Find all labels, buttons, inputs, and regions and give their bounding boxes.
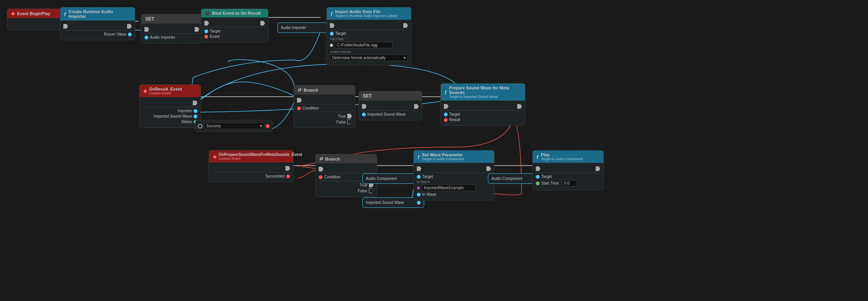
import-func-icon: ƒ — [331, 12, 333, 16]
return-value-pin — [128, 32, 132, 36]
exec-in-set1 — [144, 27, 149, 32]
success-pin-out — [266, 124, 270, 128]
exec-in-import — [330, 23, 335, 28]
target-play-pin — [536, 175, 540, 179]
on-result-icon: ◆ — [143, 88, 147, 94]
on-result-title: OnResult_Event — [149, 87, 182, 91]
set-header-2: SET — [359, 91, 422, 101]
exec-out-prepare-event — [285, 166, 290, 171]
audio-importer-pin-in — [144, 36, 148, 39]
create-runtime-title: Create Runtime Audio Importer — [69, 9, 131, 19]
audio-format-label: Audio Format — [330, 50, 408, 54]
file-path-input[interactable] — [335, 42, 392, 48]
branch-header-2: ⇄ Branch — [316, 154, 377, 163]
play-func-icon: ƒ — [537, 155, 539, 159]
exec-out-bind — [260, 21, 265, 26]
in-name-label: In Name — [417, 180, 491, 184]
condition-pin-1 — [297, 106, 301, 110]
prepare-sw-subtitle: Target is Imported Sound Wave — [449, 95, 521, 99]
on-result-header: ◆ OnResult_Event Custom Event — [139, 85, 200, 97]
play-subtitle: Target is Audio Component — [541, 157, 583, 161]
imported-sw-pin-set2 — [362, 113, 366, 116]
event-begin-play-title: Event BeginPlay — [17, 11, 50, 16]
audio-comp-ref-label-2: Audio Component — [491, 176, 522, 181]
import-audio-subtitle: Target is Runtime Audio Importer Library — [335, 14, 397, 18]
false-exec-2 — [369, 188, 374, 193]
exec-in-bind — [204, 21, 209, 26]
set-title-2: SET — [363, 93, 372, 99]
branch-node-1: ⇄ Branch Condition True False — [294, 85, 355, 128]
return-value-label: Return Value — [104, 32, 126, 36]
audio-importer-ref-label: Audio Importer — [281, 26, 306, 30]
prepare-func-icon: ƒ — [445, 90, 447, 94]
imported-sw-ref-pin — [417, 201, 421, 205]
in-wave-pin — [417, 193, 421, 197]
on-prepare-subtitle: Custom Event — [219, 157, 302, 161]
branch-header-1: ⇄ Branch — [294, 86, 355, 94]
condition-pin-2 — [319, 175, 323, 179]
exec-in-branch2 — [319, 167, 323, 171]
on-prepare-title: OnPrepareSoundWaveForMetaSounds_Event — [219, 152, 302, 157]
imported-sw-ref-label: Imported Sound Wave — [366, 200, 404, 205]
file-path-pin — [330, 44, 333, 47]
event-pin-bind — [204, 35, 208, 39]
branch-icon-1: ⇄ — [298, 87, 301, 92]
audio-importer-label: Audio Importer — [150, 35, 175, 39]
target-pin-bind — [204, 29, 208, 33]
bind-icon: ⬛ — [205, 11, 210, 15]
result-prepare-pin — [444, 118, 448, 122]
exec-out-prepare — [517, 104, 522, 109]
exec-in — [63, 24, 68, 29]
target-prepare-pin — [444, 113, 448, 116]
in-name-input[interactable] — [421, 185, 476, 191]
prepare-sound-wave-node: ƒ Prepare Sound Wave for Meta Sounds Tar… — [440, 83, 525, 126]
create-runtime-node: ƒ Create Runtime Audio Importer Return V… — [60, 7, 135, 40]
func-icon: ƒ — [64, 12, 66, 16]
import-audio-title: Import Audio from File — [335, 9, 397, 14]
branch-icon-2: ⇄ — [319, 156, 323, 161]
play-title: Play — [541, 152, 583, 157]
on-prepare-header: ◆ OnPrepareSoundWaveForMetaSounds_Event … — [209, 150, 293, 162]
true-exec-1 — [347, 114, 352, 118]
file-path-label: File Path — [330, 37, 408, 41]
audio-format-value: Determine format automatically — [332, 56, 386, 60]
exec-out-result — [193, 101, 197, 105]
prepare-sw-header: ƒ Prepare Sound Wave for Meta Sounds Tar… — [441, 84, 525, 101]
set-wave-title: Set Wave Parameter — [422, 152, 464, 157]
audio-comp-ref-label-1: Audio Component — [366, 176, 397, 181]
exec-out-set1 — [195, 27, 199, 32]
event-begin-play-header: ◆ Event BeginPlay — [7, 9, 68, 18]
importer-pin — [194, 109, 197, 113]
exec-out-play — [596, 166, 600, 171]
exec-in-set2 — [362, 104, 367, 109]
bind-event-header: ⬛ Bind Event to On Result — [201, 9, 268, 17]
target-setwaveparam-pin — [417, 175, 421, 179]
exec-out-setwaveparam — [486, 166, 491, 171]
target-import-pin — [330, 32, 334, 36]
success-dropdown[interactable]: Success ▾ — [204, 123, 264, 129]
success-enum-pin-in — [198, 124, 202, 128]
branch-title-2: Branch — [325, 157, 340, 161]
start-time-pin — [536, 181, 540, 185]
exec-out — [127, 24, 132, 29]
on-prepare-icon: ◆ — [213, 154, 216, 159]
event-begin-play-node: ◆ Event BeginPlay — [7, 9, 69, 30]
succeeded-pin — [286, 174, 290, 178]
start-time-input[interactable] — [562, 180, 578, 186]
set-node-2: SET Imported Sound Wave — [358, 91, 422, 120]
branch-title-1: Branch — [304, 88, 318, 92]
chevron-icon: ▾ — [404, 56, 406, 60]
exec-in-prepare — [444, 104, 448, 109]
diamond-icon: ◆ — [11, 11, 15, 16]
audio-format-dropdown[interactable]: Determine format automatically ▾ — [330, 55, 408, 61]
false-exec-1 — [347, 120, 352, 124]
set-node-1: SET Audio Importer — [141, 14, 203, 43]
success-enum-node: Success ▾ — [195, 120, 272, 132]
bind-event-node: ⬛ Bind Event to On Result Target Event — [201, 9, 268, 43]
exec-in-setwaveparam — [417, 166, 421, 171]
set-wave-param-node: ƒ Set Wave Parameter Target is Audio Com… — [413, 150, 494, 200]
set-wave-header: ƒ Set Wave Parameter Target is Audio Com… — [414, 150, 494, 163]
import-audio-header: ƒ Import Audio from File Target is Runti… — [327, 7, 411, 20]
exec-in-play — [536, 166, 540, 171]
bind-event-title: Bind Event to On Result — [212, 11, 261, 15]
